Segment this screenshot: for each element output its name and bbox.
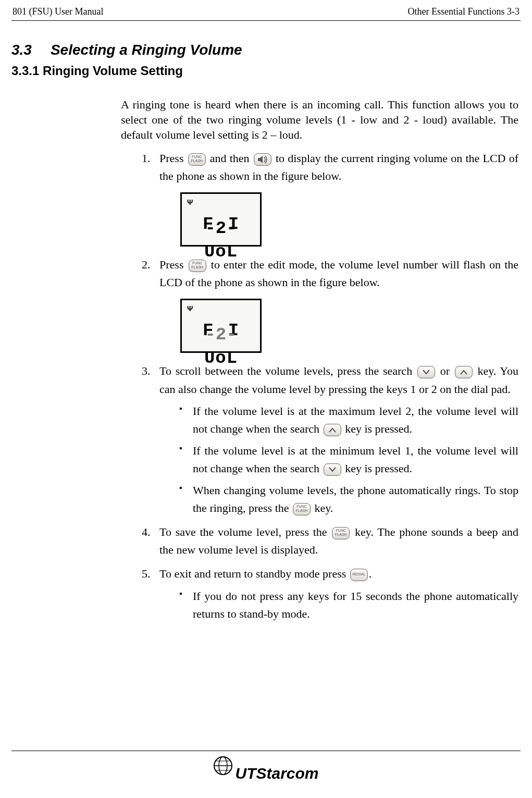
brand-name: UTStarcom: [235, 765, 318, 782]
lcd-display-2: Ψ F I UoL -2-: [180, 299, 262, 353]
subsection-heading: 3.3.1 Ringing Volume Setting: [11, 64, 521, 78]
step-2-text-b: to enter the edit mode, the volume level…: [159, 258, 518, 289]
bullet-max: If the volume level is at the maximum le…: [177, 402, 518, 438]
step-1-text-b: and then: [207, 152, 253, 165]
step-1-text-a: Press: [159, 152, 187, 165]
bullet-max-text-b: key is pressed.: [342, 422, 412, 435]
lcd2-line2: -2-: [182, 321, 260, 349]
step-2-text-a: Press: [159, 258, 188, 271]
search-down-key-icon: [324, 463, 341, 476]
section-number: 3.3: [11, 42, 32, 58]
step-5-text-a: To exit and return to standby mode press: [159, 567, 349, 580]
bullet-min: If the volume level is at the minimum le…: [177, 442, 518, 477]
step-3-text-a: To scroll between the volume levels, pre…: [159, 364, 416, 377]
globe-icon: [213, 756, 233, 776]
footer-rule: [11, 751, 521, 751]
step-5-text-b: .: [369, 567, 372, 580]
step-3-bullets: If the volume level is at the maximum le…: [177, 402, 518, 518]
intro-paragraph: A ringing tone is heard when there is an…: [121, 97, 518, 142]
step-4-text-a: To save the volume level, press the: [159, 525, 331, 538]
bullet-min-text-b: key is pressed.: [342, 462, 412, 475]
speaker-key-icon: [254, 153, 271, 166]
step-2: Press to enter the edit mode, the volume…: [142, 256, 518, 353]
header-left: 801 (FSU) User Manual: [13, 6, 103, 17]
search-up-key-icon: [324, 424, 341, 436]
step-3-text-b: or: [436, 364, 454, 377]
section-heading: 3.3Selecting a Ringing Volume: [11, 42, 521, 58]
page-header: 801 (FSU) User Manual Other Essential Fu…: [11, 6, 521, 20]
header-right: Other Essential Functions 3-3: [408, 6, 519, 17]
search-down-key-icon: [417, 366, 435, 378]
numbered-steps: Press and then to display the current ri…: [142, 150, 518, 623]
bullet-stop-text-a: When changing volume levels, the phone a…: [193, 484, 518, 514]
body-content: A ringing tone is heard when there is an…: [121, 97, 518, 623]
footer-logo: UTStarcom: [0, 756, 532, 782]
func-flash-key-icon: [189, 260, 206, 272]
bullet-stop-text-b: key.: [312, 501, 333, 514]
step-1: Press and then to display the current ri…: [142, 150, 518, 247]
section-title: Selecting a Ringing Volume: [51, 42, 242, 58]
redial-key-icon: [350, 569, 368, 581]
subsection-number: 3.3.1: [11, 64, 39, 78]
antenna-icon: Ψ: [187, 197, 193, 208]
func-flash-key-icon: [293, 503, 311, 515]
func-flash-key-icon: [332, 527, 350, 539]
lcd-display-1: Ψ F I UoL -2-: [180, 192, 262, 247]
subsection-title: Ringing Volume Setting: [43, 64, 183, 78]
step-3: To scroll between the volume levels, pre…: [142, 362, 518, 517]
step-4: To save the volume level, press the key.…: [142, 523, 518, 559]
step-5-bullets: If you do not press any keys for 15 seco…: [177, 587, 518, 623]
antenna-icon: Ψ: [187, 303, 193, 315]
header-rule: [11, 20, 521, 21]
lcd1-line2: -2-: [182, 215, 260, 242]
search-up-key-icon: [455, 366, 473, 378]
func-flash-key-icon: [188, 153, 206, 166]
bullet-timeout: If you do not press any keys for 15 seco…: [177, 587, 518, 623]
step-5: To exit and return to standby mode press…: [142, 565, 518, 622]
bullet-stop: When changing volume levels, the phone a…: [177, 482, 518, 517]
